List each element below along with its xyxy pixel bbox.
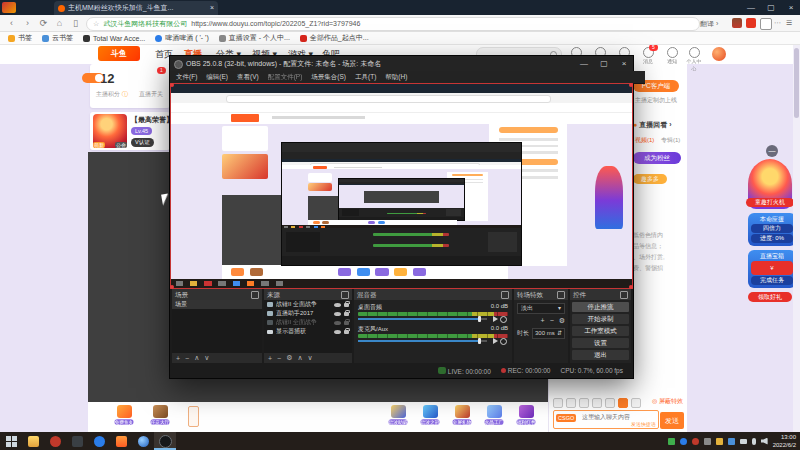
emoji-icon[interactable] bbox=[553, 398, 563, 408]
gift-item[interactable]: 全屏礼物 bbox=[452, 405, 472, 425]
source-up-button[interactable]: ∧ bbox=[297, 354, 302, 362]
gift-item[interactable]: 福利红包 bbox=[516, 405, 536, 425]
speaker-icon[interactable] bbox=[493, 316, 498, 322]
dock-config-icon[interactable] bbox=[620, 291, 628, 299]
quick-send-link[interactable]: 发送快捷语 bbox=[631, 421, 656, 427]
menu-icon[interactable]: ☰ bbox=[786, 19, 792, 27]
gift-slot-empty[interactable] bbox=[188, 406, 199, 427]
obs-maximize-button[interactable]: ▢ bbox=[595, 56, 613, 71]
follow-button[interactable]: 成为粉丝 bbox=[633, 152, 681, 164]
dock-config-icon[interactable] bbox=[501, 291, 509, 299]
source-item[interactable]: 战锤II 全面战争 bbox=[264, 300, 352, 309]
add-source-button[interactable]: + bbox=[268, 355, 272, 362]
spinner-arrows-icon[interactable]: ⇵ bbox=[557, 329, 562, 338]
visibility-icon[interactable] bbox=[334, 321, 341, 325]
selection-handle[interactable] bbox=[170, 285, 174, 289]
gift-item[interactable]: 任意大厅 bbox=[150, 405, 170, 425]
grid-icon[interactable] bbox=[631, 398, 641, 408]
bookmark-item[interactable]: 全部作品_起点中... bbox=[300, 33, 369, 43]
scene-item[interactable]: 场景 bbox=[172, 300, 262, 309]
replay-tab-video[interactable]: 视频(1) bbox=[635, 136, 654, 145]
scene-up-button[interactable]: ∧ bbox=[194, 354, 199, 362]
lock-icon[interactable] bbox=[344, 303, 349, 307]
promo-close-icon[interactable]: — bbox=[766, 145, 778, 157]
dock-config-icon[interactable] bbox=[251, 291, 259, 299]
promo-badge[interactable]: 童趣打火机 bbox=[748, 159, 792, 209]
visibility-icon[interactable] bbox=[334, 312, 341, 316]
taskbar-app[interactable] bbox=[66, 432, 88, 450]
tab-close-icon[interactable]: × bbox=[210, 1, 214, 15]
send-button[interactable]: 发送 bbox=[660, 412, 684, 429]
obs-minimize-button[interactable]: — bbox=[575, 56, 593, 71]
source-item[interactable]: 直播助手2017 bbox=[264, 309, 352, 318]
source-properties-button[interactable]: ⚙ bbox=[286, 354, 292, 362]
remove-transition-button[interactable]: − bbox=[550, 317, 554, 325]
remove-source-button[interactable]: − bbox=[277, 355, 281, 362]
dock-config-icon[interactable] bbox=[557, 291, 565, 299]
effect-toggle[interactable]: ◎ 屏蔽特效 bbox=[652, 397, 683, 406]
stop-streaming-button[interactable]: 停止推流 bbox=[572, 302, 629, 312]
promo-claim-button[interactable]: 领取好礼 bbox=[748, 292, 792, 302]
menu-help[interactable]: 帮助(H) bbox=[385, 73, 407, 82]
taskbar-qq[interactable] bbox=[132, 432, 154, 450]
volume-slider[interactable] bbox=[358, 316, 508, 322]
browser-tab[interactable]: 主机MM粉丝欢快乐加倍_斗鱼直... × bbox=[54, 1, 218, 15]
tray-icon[interactable] bbox=[704, 438, 711, 445]
taskbar-obs[interactable] bbox=[154, 432, 176, 450]
douyu-logo[interactable]: 斗鱼 bbox=[98, 46, 140, 61]
bookmark-star-icon[interactable]: ☆ bbox=[93, 18, 99, 30]
selection-handle[interactable] bbox=[629, 83, 633, 87]
visibility-icon[interactable] bbox=[334, 303, 341, 307]
image-icon[interactable] bbox=[605, 398, 615, 408]
exit-button[interactable]: 退出 bbox=[572, 350, 629, 360]
browser-app-icon[interactable] bbox=[2, 2, 16, 13]
promo-panel-support[interactable]: 本命应援 四倍力 进度: 0% bbox=[748, 213, 796, 246]
lock-icon[interactable] bbox=[344, 321, 349, 325]
usercenter-entry[interactable]: 个人中心 bbox=[684, 47, 704, 72]
gear-icon[interactable] bbox=[500, 316, 507, 323]
verify-badge[interactable]: V认证 bbox=[131, 138, 154, 147]
chat-input-box[interactable]: CSGO 发送快捷语 bbox=[553, 410, 659, 429]
user-avatar[interactable] bbox=[712, 47, 726, 61]
word-icon[interactable] bbox=[618, 398, 628, 408]
scene-down-button[interactable]: ∨ bbox=[204, 354, 209, 362]
start-button[interactable] bbox=[0, 432, 22, 450]
transition-select[interactable]: 淡出▾ bbox=[517, 303, 565, 314]
speaker-icon[interactable] bbox=[493, 338, 498, 344]
settings-button[interactable]: 设置 bbox=[572, 338, 629, 348]
download-icon[interactable] bbox=[760, 18, 772, 30]
taskbar-explorer[interactable] bbox=[22, 432, 44, 450]
tray-icon[interactable] bbox=[728, 438, 735, 445]
message-entry[interactable]: 消息5 bbox=[636, 47, 660, 65]
obs-close-button[interactable]: × bbox=[615, 56, 633, 71]
studio-mode-button[interactable]: 工作室模式 bbox=[572, 326, 629, 336]
more-icon[interactable]: ⋯ bbox=[774, 19, 781, 27]
replay-tab-album[interactable]: 专辑(1) bbox=[661, 136, 680, 145]
menu-view[interactable]: 查看(V) bbox=[237, 73, 259, 82]
window-minimize-button[interactable]: — bbox=[742, 0, 760, 15]
translate-button[interactable]: 翻译 › bbox=[700, 19, 718, 29]
remove-scene-button[interactable]: − bbox=[185, 355, 189, 362]
taskbar-app[interactable] bbox=[44, 432, 66, 450]
horn-icon[interactable] bbox=[579, 398, 589, 408]
back-icon[interactable]: ‹ bbox=[4, 15, 19, 31]
gift-item[interactable]: 水晶工厂 bbox=[484, 405, 504, 425]
dock-config-icon[interactable] bbox=[341, 291, 349, 299]
bookmark-item[interactable]: 直播设置 - 个人中... bbox=[219, 33, 290, 43]
bookmark-item[interactable]: 云书签 bbox=[42, 33, 73, 43]
chat-input[interactable] bbox=[580, 413, 644, 421]
duration-spinner[interactable]: 300 ms⇵ bbox=[532, 328, 565, 339]
reader-icon[interactable]: ▯ bbox=[68, 15, 83, 31]
window-close-button[interactable]: × bbox=[782, 0, 800, 15]
menu-scene-collection[interactable]: 场景集合(S) bbox=[311, 73, 346, 82]
tray-icon[interactable] bbox=[668, 438, 675, 445]
tray-icon[interactable] bbox=[716, 438, 723, 445]
taskbar-clock[interactable]: 13:00 2022/6/2 bbox=[773, 433, 796, 449]
live-switch-toggle[interactable] bbox=[82, 73, 104, 83]
thumb-icon[interactable] bbox=[592, 398, 602, 408]
menu-edit[interactable]: 编辑(E) bbox=[206, 73, 228, 82]
extension-avatar-icon[interactable] bbox=[732, 18, 742, 28]
source-item[interactable]: 战锤II 全面战争 bbox=[264, 318, 352, 327]
taskbar-app[interactable] bbox=[88, 432, 110, 450]
anchor-avatar[interactable]: 萌新 公会 bbox=[93, 114, 127, 148]
